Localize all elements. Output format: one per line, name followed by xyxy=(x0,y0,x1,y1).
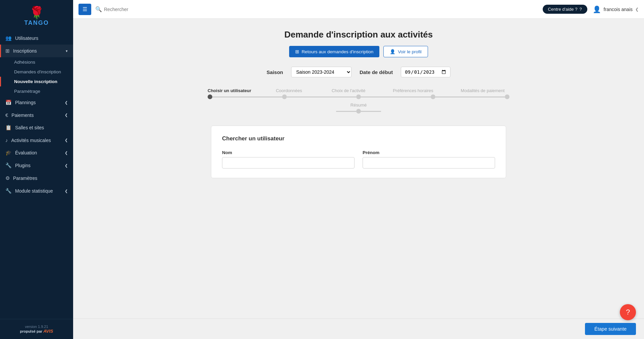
sidebar-item-plannings-label: Plannings xyxy=(15,100,36,105)
sidebar-sub-nouvelle-inscription[interactable]: Nouvelle inscription xyxy=(0,77,73,86)
sidebar-item-utilisateurs[interactable]: 👥 Utilisateurs xyxy=(0,32,73,45)
action-buttons: ⊞ Retours aux demandes d'inscription 👤 V… xyxy=(81,46,636,57)
topbar-right: Centre d'aide ? ? 👤 francois anais ❮ xyxy=(543,5,639,14)
plannings-icon: 📅 xyxy=(5,99,12,106)
topbar-collapse-icon[interactable]: ❮ xyxy=(635,7,639,12)
evaluation-icon: 🎓 xyxy=(5,150,12,156)
step-dot-choisir xyxy=(208,94,212,99)
sidebar-item-parametres-label: Paramètres xyxy=(13,176,37,181)
content-area: Demande d'inscription aux activités ⊞ Re… xyxy=(73,19,644,339)
activites-icon: ♪ xyxy=(5,137,8,143)
sidebar-powered: propulsé par AVIS xyxy=(5,329,68,334)
main-wrapper: ☰ 🔍 Centre d'aide ? ? 👤 francois anais ❮… xyxy=(73,0,644,339)
search-container: 🔍 xyxy=(95,6,539,12)
paiements-icon: € xyxy=(5,112,8,118)
form-fields-row: Nom Prénom xyxy=(222,150,495,168)
sidebar: 🌹 TANGO 👥 Utilisateurs ⊞ Inscriptions ▾ … xyxy=(0,0,73,339)
step-dot-modalites xyxy=(505,94,509,99)
step-line-resume-right xyxy=(361,111,381,112)
step-dot-choix-activite xyxy=(356,94,361,99)
sidebar-item-inscriptions[interactable]: ⊞ Inscriptions ▾ xyxy=(0,45,73,57)
next-step-button[interactable]: Étape suivante xyxy=(585,323,636,335)
sidebar-item-inscriptions-label: Inscriptions xyxy=(13,48,37,54)
page-title: Demande d'inscription aux activités xyxy=(81,29,636,40)
sidebar-item-module-stat-label: Module statistique xyxy=(15,188,53,194)
parametres-icon: ⚙ xyxy=(5,175,10,181)
plannings-arrow-icon: ❮ xyxy=(65,100,68,105)
form-card-title: Chercher un utilisateur xyxy=(222,135,495,142)
user-menu[interactable]: 👤 francois anais ❮ xyxy=(593,5,639,13)
user-name: francois anais xyxy=(604,7,633,12)
sidebar-item-salles-label: Salles et sites xyxy=(15,125,44,130)
paiements-arrow-icon: ❮ xyxy=(65,113,68,117)
prenom-group: Prénom xyxy=(363,150,495,168)
view-profile-button[interactable]: 👤 Voir le profil xyxy=(383,46,428,57)
sidebar-footer: version 1.9.21 propulsé par AVIS xyxy=(0,319,73,339)
step-label-coordonnees: Coordonnées xyxy=(271,88,308,93)
sidebar-item-plannings[interactable]: 📅 Plannings ❮ xyxy=(0,96,73,109)
avis-logo: AVIS xyxy=(43,329,53,334)
salles-icon: 📋 xyxy=(5,125,12,131)
prenom-label: Prénom xyxy=(363,150,495,155)
step-label-choix-activite: Choix de l'activité xyxy=(327,88,370,93)
sidebar-item-paiements[interactable]: € Paiements ❮ xyxy=(0,109,73,121)
step-line-resume-left xyxy=(336,111,356,112)
back-to-inscriptions-button[interactable]: ⊞ Retours aux demandes d'inscription xyxy=(289,46,379,57)
topbar: ☰ 🔍 Centre d'aide ? ? 👤 francois anais ❮ xyxy=(73,0,644,19)
step-label-choisir: Choisir un utilisateur xyxy=(208,88,251,93)
help-question-icon: ? xyxy=(579,7,582,12)
sidebar-item-utilisateurs-label: Utilisateurs xyxy=(15,36,38,41)
sidebar-item-activites-label: Activités musicales xyxy=(11,138,51,143)
bottom-bar: Étape suivante xyxy=(73,319,644,339)
sidebar-item-evaluation[interactable]: 🎓 Évaluation ❮ xyxy=(0,146,73,159)
profile-button-label: Voir le profil xyxy=(398,49,422,54)
date-debut-input[interactable] xyxy=(401,67,450,77)
user-avatar-icon: 👤 xyxy=(593,5,601,13)
sidebar-item-parametres[interactable]: ⚙ Paramètres xyxy=(0,172,73,185)
saison-select[interactable]: Saison 2023-2024 Saison 2022-2023 Saison… xyxy=(291,67,352,77)
sidebar-item-evaluation-label: Évaluation xyxy=(15,150,37,155)
saison-row: Saison Saison 2023-2024 Saison 2022-2023… xyxy=(81,67,636,77)
sidebar-sub-adhesions[interactable]: Adhésions xyxy=(0,57,73,67)
sidebar-logo: 🌹 TANGO xyxy=(0,0,73,32)
step-line-4 xyxy=(435,96,505,97)
nom-group: Nom xyxy=(222,150,355,168)
next-step-label: Étape suivante xyxy=(594,326,627,332)
step-label-preferences: Préférences horaires xyxy=(390,88,437,93)
nom-label: Nom xyxy=(222,150,355,155)
sidebar-section-inscriptions: ⊞ Inscriptions ▾ Adhésions Demandes d'in… xyxy=(0,45,73,96)
float-help-icon: ? xyxy=(626,308,630,317)
activites-arrow-icon: ❮ xyxy=(65,138,68,142)
help-center-button[interactable]: Centre d'aide ? ? xyxy=(543,5,587,14)
logo-flower-icon: 🌹 xyxy=(29,7,44,19)
step-label-modalites: Modalités de paiement xyxy=(456,88,509,93)
step-line-1 xyxy=(212,96,282,97)
step-line-2 xyxy=(287,96,357,97)
sidebar-sub-demandes[interactable]: Demandes d'inscription xyxy=(0,67,73,77)
module-stat-icon: 🔧 xyxy=(5,188,12,194)
search-input[interactable] xyxy=(104,7,171,12)
help-center-label: Centre d'aide ? xyxy=(548,7,578,12)
step-dot-coordonnees xyxy=(282,94,287,99)
inscriptions-icon: ⊞ xyxy=(5,48,10,54)
sidebar-item-paiements-label: Paiements xyxy=(11,113,34,118)
sidebar-item-activites[interactable]: ♪ Activités musicales ❮ xyxy=(0,134,73,146)
float-help-button[interactable]: ? xyxy=(620,304,636,320)
nom-input[interactable] xyxy=(222,157,355,168)
prenom-input[interactable] xyxy=(363,157,495,168)
sidebar-sub-parametrage[interactable]: Paramétrage xyxy=(0,86,73,96)
sidebar-item-salles[interactable]: 📋 Salles et sites xyxy=(0,121,73,134)
menu-toggle-button[interactable]: ☰ xyxy=(78,4,91,15)
step-dot-preferences xyxy=(431,94,435,99)
sidebar-version: version 1.9.21 xyxy=(5,325,68,329)
plugins-arrow-icon: ❮ xyxy=(65,163,68,168)
form-card: Chercher un utilisateur Nom Prénom xyxy=(211,126,506,178)
sidebar-item-plugins-label: Plugins xyxy=(15,163,31,168)
sidebar-item-plugins[interactable]: 🔧 Plugins ❮ xyxy=(0,159,73,172)
saison-label: Saison xyxy=(267,69,283,75)
users-icon: 👥 xyxy=(5,35,12,41)
back-button-label: Retours aux demandes d'inscription xyxy=(302,49,373,54)
sidebar-powered-label: propulsé par xyxy=(20,329,42,333)
inscriptions-arrow-icon: ▾ xyxy=(66,49,68,53)
sidebar-item-module-stat[interactable]: 🔧 Module statistique ❮ xyxy=(0,185,73,197)
